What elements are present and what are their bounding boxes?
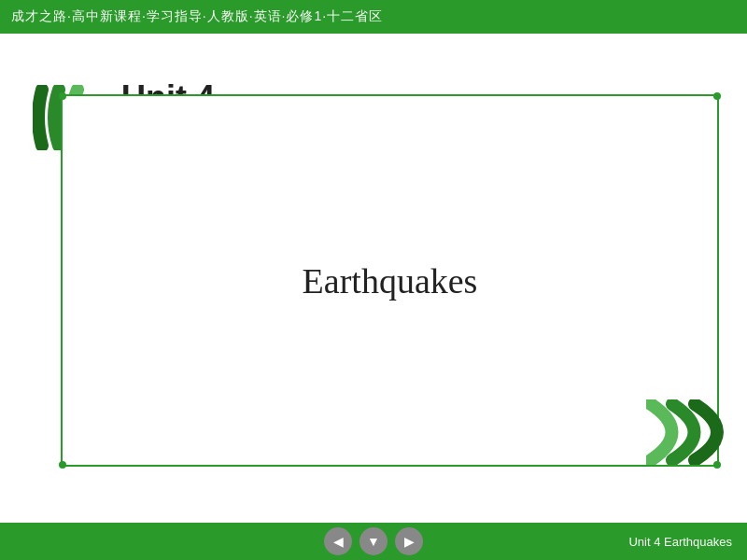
corner-dot-tl [59, 92, 66, 100]
corner-dot-tr [713, 92, 721, 100]
earthquakes-title: Earthquakes [303, 260, 478, 301]
top-bar-title: 成才之路·高中新课程·学习指导·人教版·英语·必修1·十二省区 [11, 8, 383, 25]
right-decoration [646, 399, 730, 469]
next-button[interactable]: ▶ [395, 527, 423, 555]
content-box: Earthquakes [61, 94, 719, 467]
prev-button[interactable]: ◀ [324, 527, 352, 555]
home-button[interactable]: ▼ [359, 527, 388, 555]
corner-dot-bl [59, 461, 66, 469]
nav-buttons: ◀ ▼ ▶ [324, 527, 423, 555]
bottom-label: Unit 4 Earthquakes [628, 535, 732, 549]
bottom-bar: ◀ ▼ ▶ Unit 4 Earthquakes [0, 523, 747, 560]
main-content: Unit 4 Earthquakes [0, 34, 747, 523]
top-bar: 成才之路·高中新课程·学习指导·人教版·英语·必修1·十二省区 [0, 0, 747, 34]
